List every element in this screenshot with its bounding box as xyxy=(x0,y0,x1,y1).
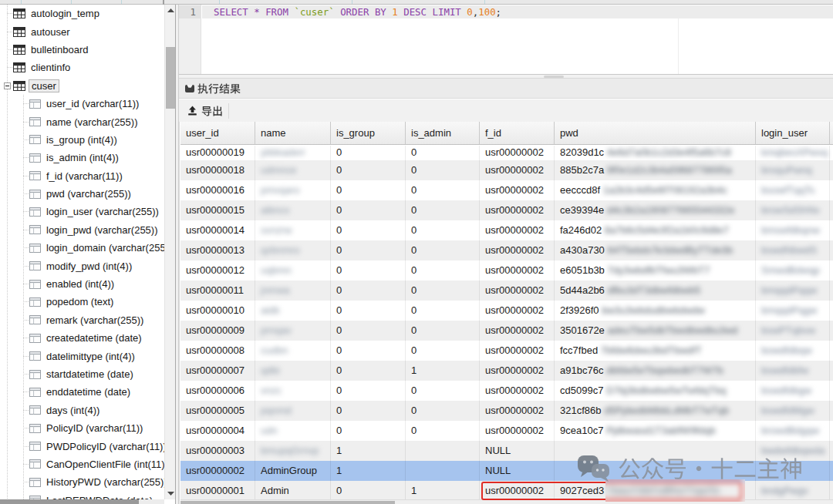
cell-f_id[interactable]: usr00000002 xyxy=(480,361,555,381)
cell-pwd[interactable]: 82039d1c 4e6d7a0b1c2d3e4f5a6b7c8 xyxy=(555,146,756,160)
cell-login_user[interactable]: bswdfdMgw xyxy=(756,401,830,421)
cell-is_group[interactable]: 0 xyxy=(331,301,406,321)
cell-is_group[interactable]: 0 xyxy=(331,381,406,401)
cell-user_id[interactable]: usr00000018 xyxy=(180,160,255,180)
tree-column-label[interactable]: popedom (text) xyxy=(44,295,116,308)
tree-column-label[interactable]: remark (varchar(255)) xyxy=(44,314,146,327)
cell-is_admin[interactable]: 0 xyxy=(406,180,480,200)
tree-column-label[interactable]: CanOpenClientFile (int(11)) xyxy=(44,458,164,471)
cell-pwd[interactable]: fcc7fbed 7bfdw6dwu3bdTbwdfT xyxy=(555,341,756,361)
cell-is_admin[interactable]: 0 xyxy=(406,401,480,421)
cell-user_id[interactable]: usr00000004 xyxy=(180,421,255,441)
cell-login_user[interactable]: bmqqdPqqw xyxy=(756,281,830,301)
cell-login_user[interactable]: bsowfTqqTs xyxy=(756,180,830,200)
cell-name[interactable]: vnzc xyxy=(255,381,331,401)
cell-is_group[interactable]: 0 xyxy=(331,240,406,260)
cell-user_id[interactable]: usr00000012 xyxy=(180,260,255,281)
tree-column-label[interactable]: days (int(4)) xyxy=(44,404,102,417)
cell-name[interactable]: pmvqaro xyxy=(255,180,331,200)
tree-column[interactable]: login_pwd (varchar(255)) xyxy=(0,221,164,239)
tree-table-label[interactable]: autologin_temp xyxy=(29,7,102,20)
cell-is_group[interactable]: 0 xyxy=(331,341,406,361)
cell-pwd[interactable] xyxy=(555,461,756,481)
tree-column-label[interactable]: is_admin (int(4)) xyxy=(44,151,121,164)
cell-f_id[interactable]: usr00000002 xyxy=(480,220,555,240)
cell-pwd[interactable]: 321cf86b d5PjdwdbMbbLdMbT7wTqb xyxy=(555,401,756,421)
column-header-user_id[interactable]: user_id xyxy=(180,122,255,144)
cell-login_user[interactable]: bowdfdbqw xyxy=(756,341,830,361)
tree-table-cuser[interactable]: cuser xyxy=(0,77,164,95)
tree-table-clientinfo[interactable]: clientinfo xyxy=(0,59,164,76)
tree-column-label[interactable]: login_pwd (varchar(255)) xyxy=(44,223,160,237)
cell-is_group[interactable]: 1 xyxy=(331,441,406,461)
cell-is_group[interactable]: 0 xyxy=(331,220,406,240)
result-row-usr00000011[interactable]: usr00000011 jnmwa 0 0 usr00000002 5d44a2… xyxy=(180,281,833,301)
cell-login_user[interactable]: bmqqdPqgw xyxy=(756,301,830,321)
cell-is_group[interactable]: 0 xyxy=(331,200,406,220)
cell-user_id[interactable]: usr00000014 xyxy=(180,220,255,240)
cell-is_admin[interactable]: 0 xyxy=(406,146,480,160)
cell-login_user[interactable]: bswdfdbgw xyxy=(756,381,830,401)
tree-column-label[interactable]: HistoryPWD (varchar(255)) xyxy=(44,475,164,489)
cell-is_admin[interactable]: 0 xyxy=(406,220,480,240)
tree-column[interactable]: LastREPWDDate (date) xyxy=(0,492,164,499)
cell-name[interactable]: AdminGroup xyxy=(255,461,331,481)
cell-is_group[interactable]: 0 xyxy=(331,180,406,200)
tree-column[interactable]: pwd (varchar(255)) xyxy=(0,185,164,203)
collapse-expander-icon[interactable] xyxy=(4,82,11,89)
tree-column-label[interactable]: datelimittype (int(4)) xyxy=(44,350,137,363)
tree-column-label[interactable]: name (varchar(255)) xyxy=(44,116,140,129)
column-header-name[interactable]: name xyxy=(255,122,331,144)
result-row-usr00000004[interactable]: usr00000004 udn 0 0 usr00000002 9cea10c7… xyxy=(180,421,833,441)
cell-pwd[interactable]: a91bc76c dbfdw5eTbqwbedbT7W7b xyxy=(555,361,756,381)
cell-is_admin[interactable] xyxy=(406,441,480,461)
cell-name[interactable]: prnqav xyxy=(255,321,331,341)
cell-name[interactable]: svnzrw xyxy=(255,220,331,240)
cell-f_id[interactable]: NULL xyxy=(480,441,555,461)
sidebar-vertical-scrollbar[interactable] xyxy=(164,5,175,499)
scroll-down-button[interactable] xyxy=(165,488,176,499)
cell-pwd[interactable]: 9cea10c7 Pjdbwasd1T3abfW9fdqb xyxy=(555,421,756,441)
result-row-usr00000014[interactable]: usr00000014 svnzrw 0 0 usr00000002 fa246… xyxy=(180,220,833,240)
export-button[interactable] xyxy=(183,102,228,119)
result-row-usr00000009[interactable]: usr00000009 prnqav 0 0 usr00000002 35016… xyxy=(180,321,833,341)
sql-editor[interactable]: 1 SELECT * FROM `cuser` ORDER BY 1 DESC … xyxy=(179,5,833,74)
cell-name[interactable]: uqbmn xyxy=(255,260,331,281)
cell-is_admin[interactable]: 0 xyxy=(406,281,480,301)
tree-column-label[interactable]: modify_pwd (int(4)) xyxy=(44,260,134,273)
cell-is_admin[interactable]: 1 xyxy=(406,481,480,501)
tree-column[interactable]: is_group (int(4)) xyxy=(0,131,164,149)
tree-column[interactable]: f_id (varchar(11)) xyxy=(0,167,164,185)
tree-table-autouser[interactable]: autouser xyxy=(0,22,164,40)
tree-column[interactable]: startdatetime (date) xyxy=(0,365,164,383)
cell-is_group[interactable]: 0 xyxy=(331,401,406,421)
cell-pwd[interactable]: 885b2c7a 9f0e1d2c3b4a5968778695a xyxy=(555,160,756,180)
tree-column-label[interactable]: enddatetime (date) xyxy=(44,385,133,398)
cell-login_user[interactable]: bswdNbwdS xyxy=(756,240,830,260)
result-row-usr00000008[interactable]: usr00000008 cudbn 0 0 usr00000002 fcc7fb… xyxy=(180,341,833,361)
tree-column[interactable]: modify_pwd (int(4)) xyxy=(0,257,164,274)
cell-login_user[interactable]: kmqbesXPwvq xyxy=(756,146,830,160)
scrollbar-thumb[interactable] xyxy=(0,499,139,504)
result-row-usr00000005[interactable]: usr00000005 pqnmd 0 0 usr00000002 321cf8… xyxy=(180,401,833,421)
cell-login_user[interactable]: SmwdBdwqp xyxy=(756,260,830,281)
cell-name[interactable]: udn xyxy=(255,421,331,441)
scrollbar-thumb[interactable] xyxy=(180,501,395,504)
cell-f_id[interactable]: usr00000002 xyxy=(480,401,555,421)
cell-is_admin[interactable]: 0 xyxy=(406,200,480,220)
cell-pwd[interactable]: a430a730 64T5ebdsTe3dwdByTTde3b xyxy=(555,240,756,260)
tree-column-label[interactable]: enabled (int(4)) xyxy=(44,277,116,291)
cell-user_id[interactable]: usr00000006 xyxy=(180,381,255,401)
tree-column-label[interactable]: f_id (varchar(11)) xyxy=(44,170,125,183)
cell-name[interactable]: jnmwa xyxy=(255,281,331,301)
cell-login_user[interactable] xyxy=(756,461,830,481)
tree-column[interactable]: datelimittype (int(4)) xyxy=(0,347,164,365)
cell-login_user[interactable]: bswPTqbvw xyxy=(756,321,830,341)
tree-column-label[interactable]: startdatetime (date) xyxy=(44,368,136,381)
cell-is_group[interactable]: 0 xyxy=(331,281,406,301)
cell-login_user[interactable]: browdBdgqw xyxy=(756,421,830,441)
cell-f_id[interactable]: usr00000002 xyxy=(480,200,555,220)
tree-column[interactable]: CanOpenClientFile (int(11)) xyxy=(0,455,164,473)
cell-is_admin[interactable]: 0 xyxy=(406,240,480,260)
tree-column[interactable]: enabled (int(4)) xyxy=(0,275,164,293)
